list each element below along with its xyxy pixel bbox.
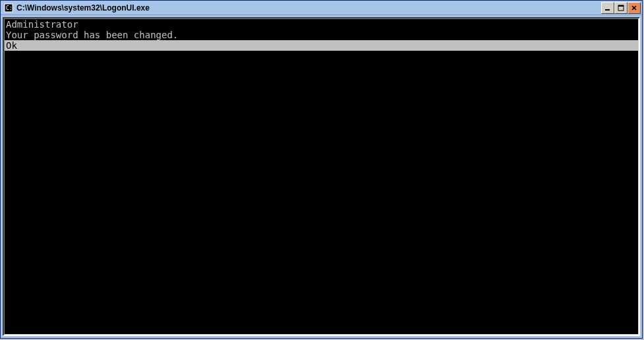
console-inner: Administrator Your password has been cha… — [4, 18, 639, 335]
titlebar[interactable]: C: C:\Windows\system32\LogonUI.exe — [1, 1, 642, 15]
svg-rect-2 — [605, 9, 610, 11]
app-icon: C: — [3, 3, 14, 13]
svg-rect-4 — [618, 5, 624, 7]
console-line-message: Your password has been changed. — [5, 30, 638, 40]
minimize-icon — [604, 5, 611, 11]
close-button[interactable] — [628, 2, 641, 14]
window-title: C:\Windows\system32\LogonUI.exe — [16, 3, 601, 13]
close-icon — [631, 5, 637, 11]
maximize-icon — [618, 5, 624, 11]
application-window: C: C:\Windows\system32\LogonUI.exe — [0, 0, 643, 339]
window-controls — [601, 2, 641, 14]
svg-text:C:: C: — [6, 5, 13, 11]
minimize-button[interactable] — [601, 2, 614, 14]
maximize-button[interactable] — [614, 2, 628, 14]
console-area: Administrator Your password has been cha… — [3, 17, 640, 336]
console-ok-option[interactable]: Ok — [5, 40, 638, 51]
console-line-user: Administrator — [5, 19, 638, 30]
